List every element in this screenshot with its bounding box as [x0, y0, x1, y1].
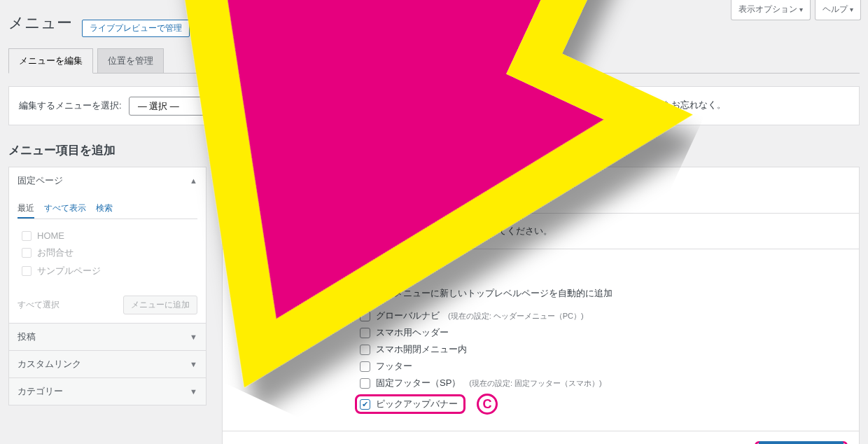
inner-tab-all[interactable]: すべて表示: [44, 202, 86, 214]
menu-name-input[interactable]: [291, 181, 466, 199]
accordion-pages-title: 固定ページ: [18, 174, 63, 187]
annotation-highlight-a: 新しいメニューを作成しましょう: [433, 95, 582, 115]
accordion-pages-header[interactable]: 固定ページ ▲: [9, 167, 206, 194]
accordion-categories-title: カテゴリー: [18, 385, 63, 398]
location-option-label: スマホ開閉メニュー内: [376, 343, 467, 356]
location-option-note: (現在の設定: ヘッダーメニュー（PC）): [448, 311, 584, 321]
accordion-categories-header[interactable]: カテゴリー ▼: [9, 378, 206, 405]
add-to-menu-button[interactable]: メニューに追加: [123, 296, 197, 314]
inner-tab-search[interactable]: 検索: [96, 202, 113, 214]
tab-edit-menus[interactable]: メニューを編集: [8, 48, 93, 74]
menu-select-button[interactable]: 選択: [360, 96, 396, 116]
page-item-label: サンプルページ: [37, 265, 101, 277]
auto-add-option-text: このメニューに新しいトップレベルページを自動的に追加: [376, 287, 612, 300]
page-checkbox[interactable]: [22, 231, 31, 241]
chevron-down-icon: ▼: [190, 387, 197, 396]
page-item-label: HOME: [37, 230, 64, 241]
location-option-label: ピックアップバナー: [376, 398, 458, 410]
page-title: メニュー: [8, 13, 72, 34]
chevron-down-icon: ▼: [190, 360, 197, 368]
location-option-label: グローバルナビ: [376, 310, 440, 322]
create-new-menu-link[interactable]: 新しいメニューを作成しましょう: [439, 99, 575, 110]
reminder-text: 変更を保存をお忘れなく。: [617, 99, 726, 110]
auto-add-label: 固定ページを自動追加: [234, 285, 360, 298]
live-preview-button[interactable]: ライブプレビューで管理: [82, 20, 190, 37]
menu-edit-panel: メニュー名 B メニューに名前をつけ、「メニューを作成」ボタンをクリックしてくだ…: [222, 167, 860, 444]
menu-name-label: メニュー名: [234, 184, 279, 197]
annotation-highlight-b: [286, 177, 471, 203]
page-item[interactable]: サンプルページ: [18, 262, 197, 280]
annotation-b: B: [484, 180, 505, 201]
location-checkbox[interactable]: [360, 328, 370, 338]
select-all-link[interactable]: すべて選択: [18, 299, 59, 311]
auto-add-checkbox[interactable]: [360, 289, 370, 299]
or-text: また: [403, 99, 421, 110]
menu-structure-heading: メニュー構造: [222, 142, 860, 158]
annotation-c: C: [477, 394, 498, 415]
page-item[interactable]: HOME: [18, 228, 197, 244]
menu-location-label: メニューの位置: [234, 307, 360, 320]
page-checkbox[interactable]: [22, 248, 31, 258]
accordion-customlinks-header[interactable]: カスタムリンク ▼: [9, 351, 206, 377]
annotation-highlight-c: ピックアップバナー: [355, 394, 465, 414]
location-checkbox[interactable]: [360, 399, 370, 410]
location-checkbox[interactable]: [360, 361, 370, 372]
menu-select-label: 編集するメニューを選択:: [19, 99, 122, 112]
nav-tabs: メニューを編集 位置を管理: [8, 48, 860, 74]
location-checkbox[interactable]: [360, 345, 370, 355]
accordion-posts-header[interactable]: 投稿 ▼: [9, 324, 206, 350]
annotation-highlight-create-btn: メニューを作成: [755, 441, 848, 444]
menu-select-bar: 編集するメニューを選択: — 選択 — 選択 また は 新しいメニューを作成しま…: [8, 86, 860, 125]
location-option-label: 固定フッター（SP）: [376, 377, 461, 389]
location-option-label: スマホ用ヘッダー: [376, 326, 449, 339]
menu-instruction-text: メニューに名前をつけ、「メニューを作成」ボタンをクリックしてください。: [223, 214, 859, 249]
page-item-label: お問合せ: [37, 247, 74, 259]
menu-select-dropdown[interactable]: — 選択 —: [129, 97, 353, 116]
location-checkbox[interactable]: [360, 311, 370, 321]
menu-items-accordion: 固定ページ ▲ 最近 すべて表示 検索 HOMEお問合せサンプルページ すべて選…: [8, 167, 206, 405]
create-menu-button[interactable]: メニューを作成: [759, 441, 844, 444]
accordion-customlinks-title: カスタムリンク: [18, 358, 81, 370]
page-checkbox[interactable]: [22, 266, 31, 276]
location-option-label: フッター: [376, 360, 412, 373]
menu-settings-heading: メニュー設定: [234, 261, 848, 274]
page-item[interactable]: お問合せ: [18, 244, 197, 262]
location-option-note: (現在の設定: 固定フッター（スマホ）): [469, 378, 601, 389]
accordion-posts-title: 投稿: [18, 331, 36, 343]
tab-manage-locations[interactable]: 位置を管理: [97, 48, 164, 73]
location-checkbox[interactable]: [360, 378, 370, 389]
add-menu-items-heading: メニュー項目を追加: [8, 142, 206, 158]
chevron-up-icon: ▲: [190, 176, 197, 185]
chevron-down-icon: ▼: [190, 333, 197, 341]
inner-tab-recent[interactable]: 最近: [18, 202, 34, 218]
